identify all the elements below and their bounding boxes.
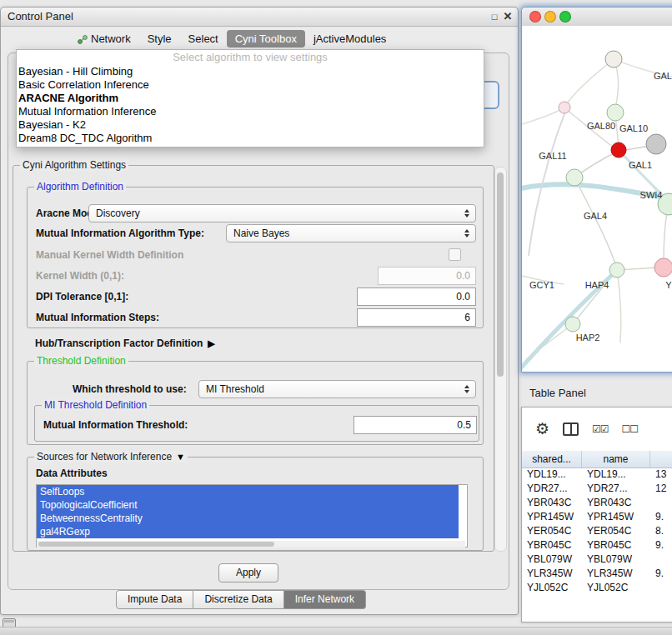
network-node[interactable] bbox=[559, 102, 570, 113]
window-minimize-button[interactable] bbox=[544, 11, 556, 22]
network-node[interactable] bbox=[611, 142, 626, 158]
column-header-shared[interactable]: shared... bbox=[522, 451, 582, 468]
tab-style[interactable]: Style bbox=[139, 30, 180, 48]
attribute-item-topologicalcoefficient[interactable]: TopologicalCoefficient bbox=[37, 498, 459, 512]
settings-vertical-scrollbar[interactable] bbox=[494, 167, 507, 552]
bottom-tab-impute-data[interactable]: Impute Data bbox=[116, 590, 193, 609]
tab-cyni-toolbox[interactable]: Cyni Toolbox bbox=[227, 30, 305, 48]
desktop: Control Panel □ ✕ NetworkStyleSelectCyni… bbox=[0, 0, 672, 635]
sources-legend-row[interactable]: Sources for Network Inference ▼ bbox=[34, 451, 188, 462]
data-attributes-list[interactable]: SelfLoopsTopologicalCoefficientBetweenne… bbox=[36, 484, 468, 548]
mi-threshold-label: Mutual Information Threshold: bbox=[43, 419, 188, 431]
which-threshold-select[interactable]: MI Threshold bbox=[198, 380, 476, 398]
mi-threshold-field[interactable]: 0.5 bbox=[354, 416, 477, 434]
network-canvas[interactable]: GAL8GAL80GAL10GAL11GAL1SWI4GAL4GCY1HAP4Y… bbox=[522, 26, 672, 372]
network-node[interactable] bbox=[565, 317, 580, 332]
combo-arrows-icon bbox=[463, 381, 471, 398]
float-window-icon[interactable]: □ bbox=[488, 8, 501, 26]
table-row[interactable]: YPR145WYPR145W9. bbox=[522, 510, 672, 524]
algorithm-option-mutual-information-inference[interactable]: Mutual Information Inference bbox=[17, 105, 484, 118]
network-edge[interactable] bbox=[522, 109, 562, 124]
algorithm-option-basic-correlation-inference[interactable]: Basic Correlation Inference bbox=[17, 78, 484, 92]
table-row[interactable]: YJL052CYJL052C bbox=[522, 581, 672, 595]
table-row[interactable]: YDL19...YDL19...13 bbox=[522, 468, 672, 482]
window-close-button[interactable] bbox=[529, 11, 541, 22]
algorithm-option-bayesian-hill-climbing[interactable]: Bayesian - Hill Climbing bbox=[17, 65, 484, 78]
network-graph: GAL8GAL80GAL10GAL11GAL1SWI4GAL4GCY1HAP4Y… bbox=[522, 26, 672, 372]
node-label: GAL8 bbox=[654, 71, 672, 81]
table-cell: YJL052C bbox=[582, 581, 650, 595]
list-horizontal-scrollbar[interactable] bbox=[37, 541, 465, 548]
table-cell: YDL19... bbox=[522, 468, 582, 482]
attribute-item-gal4rgexp[interactable]: gal4RGexp bbox=[37, 525, 459, 538]
table-row[interactable]: YBL079WYBL079W bbox=[522, 552, 672, 567]
tab-label: Select bbox=[188, 32, 218, 45]
tab-select[interactable]: Select bbox=[180, 30, 227, 48]
obscured-combo-fragment bbox=[483, 81, 499, 109]
network-node[interactable] bbox=[654, 258, 672, 277]
manual-kernel-width-checkbox[interactable] bbox=[449, 248, 461, 261]
table-row[interactable]: YDR27...YDR27...12 bbox=[522, 482, 672, 496]
table-row[interactable]: YER054CYER054C8. bbox=[522, 524, 672, 538]
node-label: HAP4 bbox=[585, 280, 609, 290]
scrollbar-thumb[interactable] bbox=[38, 542, 274, 547]
column-header-2[interactable] bbox=[650, 451, 672, 468]
hub-definition-label: Hub/Transcription Factor Definition bbox=[35, 338, 203, 349]
gear-icon[interactable]: ⚙ bbox=[535, 421, 549, 438]
kernel-width-field[interactable]: 0.0 bbox=[378, 267, 476, 285]
table-cell: YLR345W bbox=[582, 567, 650, 581]
show-columns-icon[interactable] bbox=[563, 422, 579, 436]
close-icon[interactable]: ✕ bbox=[501, 8, 514, 26]
network-node[interactable] bbox=[607, 104, 624, 121]
table-row[interactable]: YBR043CYBR043C bbox=[522, 496, 672, 510]
control-panel-tabbar: NetworkStyleSelectCyni ToolboxjActiveMod… bbox=[69, 30, 394, 48]
table-cell: 8. bbox=[650, 524, 672, 538]
which-threshold-value: MI Threshold bbox=[206, 383, 264, 395]
attribute-item-betweennesscentrality[interactable]: BetweennessCentrality bbox=[37, 512, 459, 525]
mi-steps-field[interactable]: 6 bbox=[357, 308, 476, 327]
data-attributes-label: Data Attributes bbox=[36, 468, 108, 479]
window-zoom-button[interactable] bbox=[559, 11, 571, 22]
threshold-definition-group: Threshold Definition Which threshold to … bbox=[27, 361, 484, 445]
control-panel-titlebar[interactable]: Control Panel □ ✕ bbox=[1, 8, 518, 27]
apply-button[interactable]: Apply bbox=[218, 563, 278, 582]
mi-algorithm-type-select[interactable]: Naive Bayes bbox=[226, 224, 476, 242]
scrollbar-thumb[interactable] bbox=[497, 172, 504, 377]
network-window-titlebar[interactable] bbox=[522, 8, 672, 27]
attribute-item-selfloops[interactable]: SelfLoops bbox=[37, 485, 459, 498]
tab-network[interactable]: Network bbox=[69, 30, 139, 48]
table-row[interactable]: YBR045CYBR045C9. bbox=[522, 538, 672, 552]
table-cell: 9. bbox=[650, 538, 672, 552]
bottom-tab-discretize-data[interactable]: Discretize Data bbox=[193, 590, 283, 609]
network-icon bbox=[78, 34, 88, 43]
algorithm-option-bayesian-k2[interactable]: Bayesian - K2 bbox=[17, 118, 484, 132]
network-node[interactable] bbox=[609, 262, 624, 278]
network-edge[interactable] bbox=[617, 270, 621, 342]
tab-jactivemodules[interactable]: jActiveModules bbox=[305, 30, 394, 48]
network-node[interactable] bbox=[605, 51, 622, 68]
tab-label: Style bbox=[148, 32, 172, 45]
network-node[interactable] bbox=[646, 134, 666, 154]
sources-group: Sources for Network Inference ▼ Data Att… bbox=[27, 457, 484, 551]
tab-label: Network bbox=[91, 32, 131, 45]
algorithm-definition-legend: Algorithm Definition bbox=[34, 181, 126, 192]
hub-definition-toggle[interactable]: Hub/Transcription Factor Definition ▶ bbox=[35, 338, 215, 349]
dpi-tolerance-field[interactable]: 0.0 bbox=[357, 288, 476, 306]
settings-group-legend: Cyni Algorithm Settings bbox=[20, 159, 128, 171]
algorithm-option-dream8-dc-tdc-algorithm[interactable]: Dream8 DC_TDC Algorithm bbox=[17, 132, 484, 145]
algorithm-option-aracne-algorithm[interactable]: ARACNE Algorithm bbox=[17, 92, 484, 105]
network-node[interactable] bbox=[566, 169, 583, 186]
deselect-all-icon[interactable]: ☐☐ bbox=[622, 423, 639, 435]
network-edge[interactable] bbox=[526, 324, 573, 359]
cyni-algorithm-settings-group: Cyni Algorithm Settings Algorithm Defini… bbox=[13, 165, 494, 552]
network-edge[interactable] bbox=[566, 59, 614, 105]
table-cell: YBR045C bbox=[582, 538, 650, 552]
node-label: GAL1 bbox=[629, 160, 652, 170]
table-row[interactable]: YLR345WYLR345W9. bbox=[522, 567, 672, 581]
column-header-name[interactable]: name bbox=[582, 451, 650, 468]
mi-threshold-definition-group: MI Threshold Definition Mutual Informati… bbox=[34, 405, 479, 442]
table-cell: 13 bbox=[650, 468, 672, 482]
select-all-icon[interactable]: ☑☑ bbox=[592, 423, 609, 435]
aracne-mode-select[interactable]: Discovery bbox=[88, 204, 476, 222]
bottom-tab-infer-network[interactable]: Infer Network bbox=[284, 590, 366, 609]
